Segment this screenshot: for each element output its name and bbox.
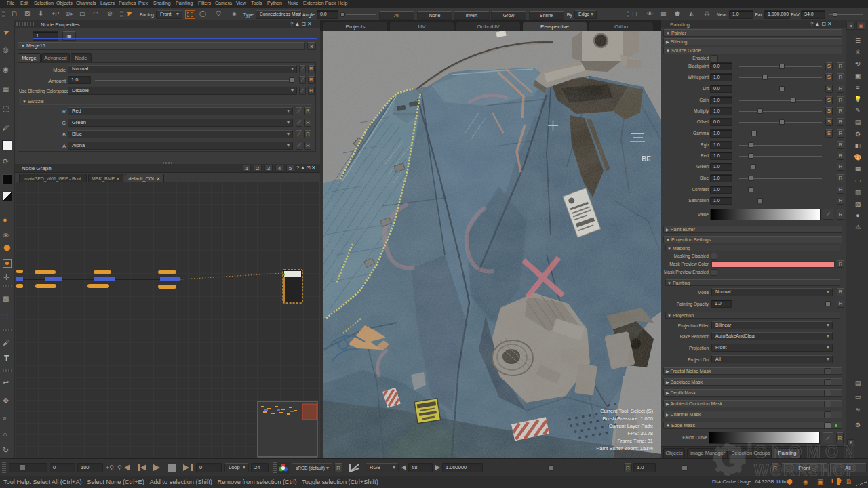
svg-text:Frame Time: 31: Frame Time: 31 — [617, 438, 653, 444]
svg-text:Brush Pressure: 1.000: Brush Pressure: 1.000 — [602, 415, 653, 422]
svg-text:Current Layer Path:: Current Layer Path: — [609, 423, 653, 429]
svg-text:Current Tool: Select (S): Current Tool: Select (S) — [600, 408, 653, 414]
svg-text:FPS: 30.78: FPS: 30.78 — [627, 430, 653, 436]
svg-text:Paint Buffer Zoom: 151%: Paint Buffer Zoom: 151% — [596, 445, 653, 451]
